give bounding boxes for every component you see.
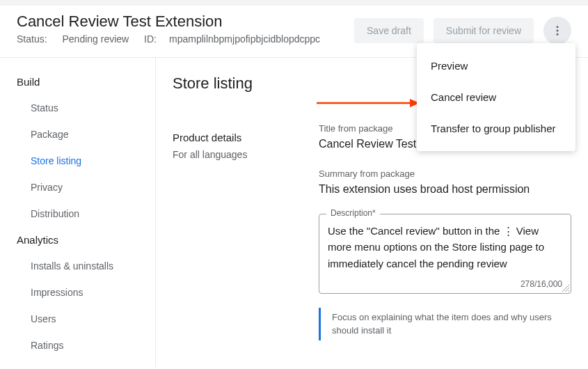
vertical-dots-icon [551,24,564,37]
page-title: Cancel Review Test Extension [17,13,333,31]
more-options-menu: Preview Cancel review Transfer to group … [417,43,575,151]
sidebar-section-build: Build [0,69,155,95]
save-draft-button[interactable]: Save draft [354,18,424,43]
svg-point-2 [557,33,559,36]
product-details-heading: Product details [173,132,302,143]
status-label: Status: [17,33,47,45]
menu-item-preview[interactable]: Preview [417,50,575,81]
sidebar-item-distribution[interactable]: Distribution [0,201,155,227]
menu-item-transfer[interactable]: Transfer to group publisher [417,113,575,144]
svg-point-0 [557,26,559,28]
sidebar-item-ratings[interactable]: Ratings [0,332,155,359]
sidebar-item-package[interactable]: Package [0,121,155,148]
resize-handle-icon [562,285,569,292]
sidebar-item-users[interactable]: Users [0,306,155,332]
id-value: mpamplilnbpmjpofipbjcidblopdcppc [169,33,320,45]
sidebar-item-store-listing[interactable]: Store listing [0,148,155,174]
description-hint: Focus on explaining what the item does a… [319,308,571,340]
sidebar: Build Status Package Store listing Priva… [0,58,156,367]
sidebar-item-impressions[interactable]: Impressions [0,279,155,306]
description-textarea[interactable] [328,223,562,272]
description-label: Description* [326,208,380,218]
char-count: 278/16,000 [521,279,562,289]
id-label: ID: [144,33,157,45]
sidebar-section-analytics: Analytics [0,227,155,253]
for-all-languages-note: For all languages [173,149,302,160]
summary-label: Summary from package [319,168,571,179]
sidebar-item-installs[interactable]: Installs & uninstalls [0,253,155,279]
status-value: Pending review [62,33,129,45]
menu-item-cancel-review[interactable]: Cancel review [417,81,575,113]
sidebar-item-status[interactable]: Status [0,95,155,121]
section-heading: Store listing [173,74,302,93]
summary-value: This extension uses broad host permissio… [319,183,571,196]
header-meta: Status: Pending review ID:mpamplilnbpmjp… [17,33,333,45]
description-field-wrapper: Description* 278/16,000 [319,214,571,294]
svg-point-1 [557,30,559,32]
submit-for-review-button[interactable]: Submit for review [434,18,534,43]
sidebar-item-privacy[interactable]: Privacy [0,174,155,201]
more-options-button[interactable] [543,17,571,45]
